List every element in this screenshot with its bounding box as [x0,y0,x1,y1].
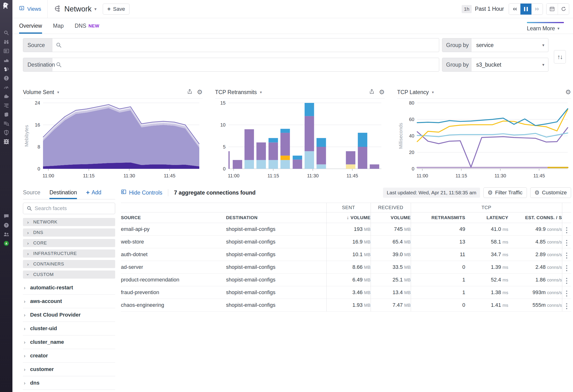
source-cell[interactable]: auth-dotnet [121,248,226,261]
destination-group-by[interactable]: Group by s3_bucket ▾ [442,58,548,72]
chat-icon[interactable] [3,213,9,219]
received-volume-column-header[interactable]: VOLUME [371,212,411,223]
row-menu-icon[interactable] [566,227,567,233]
table-row[interactable]: auth-dotnetshopist-email-configs10.1MB39… [121,248,571,261]
network-icon[interactable] [3,138,9,145]
add-facet-tab-button[interactable]: +Add [86,186,101,199]
facet-group-dns[interactable]: ›DNS [23,228,115,237]
help-icon[interactable]: ? [3,222,9,228]
table-row[interactable]: fraud-preventionshopist-email-configs3.4… [121,286,571,299]
source-search[interactable]: Source [23,38,439,52]
facet-group-infrastructure[interactable]: ›INFRASTRUCTURE [23,250,115,257]
tab-overview[interactable]: Overview [19,18,42,34]
table-row[interactable]: ad-servershopist-email-configs8.66MB33.5… [121,261,571,273]
table-row[interactable]: product-recommendationshopist-email-conf… [121,273,571,286]
facet-item[interactable]: ›cluster-uid [23,322,115,335]
facet-group-network[interactable]: ›NETWORK [23,218,115,226]
facet-item[interactable]: ›Dest Cloud Provider [23,308,115,322]
destination-search[interactable]: Destination [23,58,439,72]
gear-icon[interactable]: ⚙ [565,89,571,96]
facet-group-core[interactable]: ›CORE [23,239,115,247]
users-icon[interactable] [3,231,9,237]
destination-cell[interactable]: shopist-email-configs [226,248,326,261]
synthetics-icon[interactable] [3,84,9,90]
facet-tab-source[interactable]: Source [23,186,40,199]
facet-group-custom[interactable]: ›CUSTOM [23,271,115,279]
row-menu-icon[interactable] [566,290,567,296]
log-explorer-icon[interactable] [3,120,9,127]
metrics-icon[interactable] [3,57,9,63]
destination-cell[interactable]: shopist-email-configs [226,286,326,299]
source-cell[interactable]: product-recommendation [121,273,226,286]
export-icon[interactable] [369,89,375,96]
monitors-icon[interactable] [3,75,9,81]
calendar-icon[interactable] [546,4,558,15]
pause-button[interactable] [520,4,531,15]
destination-search-input[interactable] [64,58,439,71]
learn-more[interactable]: Learn More▾ [527,18,564,34]
tab-map[interactable]: Map [53,18,64,34]
integrations-icon[interactable] [3,93,9,99]
facet-item[interactable]: ›aws-account [23,295,115,308]
source-cell[interactable]: web-store [121,236,226,248]
views-button[interactable]: Views [19,5,41,13]
destination-cell[interactable]: shopist-email-configs [226,223,326,236]
source-cell[interactable]: chaos-engineering [121,299,226,311]
destination-cell[interactable]: shopist-email-configs [226,273,326,286]
destination-cell[interactable]: shopist-email-configs [226,299,326,311]
source-cell[interactable]: email-api-py [121,223,226,236]
dashboards-icon[interactable] [3,48,9,54]
account-upgrade-icon[interactable] [3,240,9,246]
source-cell[interactable]: fraud-prevention [121,286,226,299]
chart-title[interactable]: Volume Sent [23,89,54,96]
filter-traffic-button[interactable]: ⚙Filter Traffic [483,187,527,198]
export-icon[interactable] [187,89,193,96]
facet-item[interactable]: ›eks_nodegroup-name [23,390,115,392]
facet-item[interactable]: ›automatic-restart [23,281,115,295]
fast-forward-button[interactable] [531,4,543,15]
swap-source-destination-button[interactable]: ↑↓ [554,50,566,64]
chart-title[interactable]: TCP Latency [397,89,429,96]
destination-column-header[interactable]: DESTINATION [226,212,326,223]
tab-dns[interactable]: DNSNEW [75,18,99,34]
rewind-button[interactable] [509,4,520,15]
facet-item[interactable]: ›customer [23,363,115,376]
facet-search[interactable] [23,203,115,214]
facet-item[interactable]: ›creator [23,349,115,363]
est-conns-column-header[interactable]: EST. CONNS. / S [508,212,562,223]
chevron-down-icon[interactable]: ▾ [94,6,97,12]
time-range-label[interactable]: Past 1 Hour [475,6,504,12]
chevron-down-icon[interactable]: ▾ [260,90,262,95]
save-button[interactable]: + Save [103,4,129,15]
row-menu-icon[interactable] [566,278,567,284]
destination-cell[interactable]: shopist-email-configs [226,261,326,273]
watchdog-icon[interactable] [3,39,9,45]
source-column-header[interactable]: SOURCE [121,212,226,223]
row-menu-icon[interactable] [566,303,567,309]
security-icon[interactable] [3,129,9,136]
source-search-input[interactable] [64,38,439,52]
tcp-retransmits-chart[interactable]: 05101511:0011:1511:3011:45 [215,99,385,180]
search-icon[interactable] [3,30,9,36]
notebooks-icon[interactable] [3,111,9,118]
facet-item[interactable]: ›dns [23,376,115,390]
log-pipelines-icon[interactable] [3,102,9,108]
latency-column-header[interactable]: LATENCY [465,212,508,223]
gear-icon[interactable]: ⚙ [197,89,203,96]
sent-volume-column-header[interactable]: ↓VOLUME [326,212,371,223]
facet-tab-destination[interactable]: Destination [50,186,77,199]
chart-title[interactable]: TCP Retransmits [215,89,257,96]
hide-controls-button[interactable]: Hide Controls [121,189,162,196]
facet-item[interactable]: ›cluster_name [23,335,115,349]
apm-icon[interactable] [3,66,9,72]
source-group-by[interactable]: Group by service ▾ [442,38,548,52]
facet-group-containers[interactable]: ›CONTAINERS [23,260,115,268]
table-row[interactable]: chaos-engineeringshopist-email-configs1.… [121,299,571,311]
tcp-latency-chart[interactable]: 02040608011:0011:1511:3011:45Millisecond… [397,99,571,180]
source-cell[interactable]: ad-server [121,261,226,273]
table-row[interactable]: web-storeshopist-email-configs16.9MB65.4… [121,236,571,248]
row-menu-icon[interactable] [566,253,567,258]
refresh-icon[interactable] [558,4,569,15]
chevron-down-icon[interactable]: ▾ [432,90,434,95]
destination-cell[interactable]: shopist-email-configs [226,236,326,248]
